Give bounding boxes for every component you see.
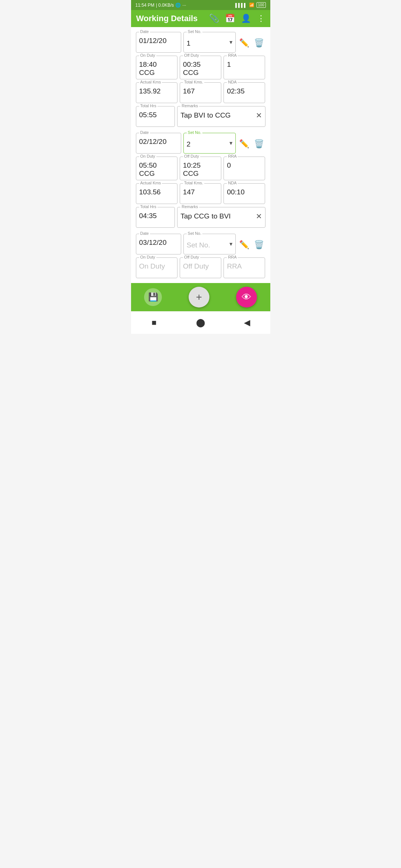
record-1-nda-value: 02:35	[227, 87, 262, 95]
record-2-totalhrs-field[interactable]: Total Hrs 04:35	[136, 207, 175, 228]
record-2-delete-button[interactable]: 🗑️	[252, 137, 267, 151]
record-1-offduty-field[interactable]: Off Duty 00:35 CCG	[180, 56, 221, 79]
save-icon: 💾	[148, 292, 158, 302]
record-2-totalkms-field[interactable]: Total Kms. 147	[180, 183, 221, 204]
record-2-setno-dropdown-arrow[interactable]: ▾	[229, 139, 232, 147]
record-2-offduty-field[interactable]: Off Duty 10:25 CCG	[180, 157, 221, 180]
record-1-date-row: Date 01/12/20 Set No. 1 ▾ ✏️ 🗑️	[135, 31, 267, 54]
record-3-date-field[interactable]: Date 03/12/20	[136, 234, 181, 254]
status-right: ▌▌▌▌ 📶 100	[235, 2, 266, 8]
status-left: 11:54 PM | 0.0KB/s 🌐 ···	[136, 3, 186, 8]
record-2-rra-field[interactable]: RRA 0	[224, 157, 265, 180]
record-1-totalkms-value: 167	[183, 87, 218, 95]
app-bar-title: Working Details	[136, 14, 205, 23]
record-1-edit-button[interactable]: ✏️	[237, 36, 252, 50]
calendar-icon[interactable]: 📅	[225, 14, 235, 23]
nav-stop-button[interactable]: ■	[147, 316, 161, 329]
record-2-actualkms-field[interactable]: Actual Kms 103.56	[136, 183, 177, 204]
wifi-icon: 📶	[249, 3, 254, 7]
record-1-date-field[interactable]: Date 01/12/20	[136, 32, 181, 53]
record-3-onduty-field[interactable]: On Duty On Duty	[136, 257, 177, 278]
record-1-setno-field[interactable]: Set No. 1 ▾	[183, 32, 236, 53]
signal-icon: ▌▌▌▌	[235, 3, 247, 7]
record-2-hrs-row: Total Hrs 04:35 Remarks Tap CCG to BVI ✕	[135, 206, 267, 229]
record-1-rra-field[interactable]: RRA 1	[224, 56, 265, 79]
record-2-kms-row: Actual Kms 103.56 Total Kms. 147 NDA 00:…	[135, 182, 267, 205]
record-1-remarks-field[interactable]: Remarks Tap BVI to CCG ✕	[177, 106, 265, 127]
record-2-totalhrs-label: Total Hrs	[139, 205, 157, 209]
record-3-rra-value: RRA	[227, 262, 262, 270]
record-1-rra-label: RRA	[227, 53, 238, 57]
record-2-onduty-label: On Duty	[139, 154, 156, 158]
record-1-actions: ✏️ 🗑️	[237, 31, 267, 54]
record-1-onduty-label: On Duty	[139, 53, 156, 57]
save-button[interactable]: 💾	[144, 288, 162, 306]
record-2-totalhrs-value: 04:35	[139, 212, 172, 220]
record-3-setno-value: Set No.	[187, 241, 210, 249]
more-vert-icon[interactable]: ⋮	[257, 14, 265, 23]
record-1-remarks-inner: Tap BVI to CCG ✕	[180, 108, 262, 120]
record-1-remarks-label: Remarks	[180, 104, 199, 108]
back-icon: ◀	[244, 318, 250, 328]
attachment-icon[interactable]: 📎	[209, 14, 219, 23]
record-3-setno-field[interactable]: Set No. Set No. ▾	[183, 234, 236, 254]
record-3-rra-field[interactable]: RRA RRA	[224, 257, 265, 278]
record-1-setno-dropdown-arrow[interactable]: ▾	[229, 39, 232, 46]
record-1-totalhrs-field[interactable]: Total Hrs 05:55	[136, 106, 175, 127]
nav-back-button[interactable]: ◀	[240, 316, 254, 329]
record-3-offduty-field[interactable]: Off Duty Off Duty	[180, 257, 221, 278]
record-1: Date 01/12/20 Set No. 1 ▾ ✏️ 🗑️ On Duty …	[133, 31, 268, 128]
record-2-setno-field[interactable]: Set No. 2 ▾	[183, 133, 236, 154]
preview-button[interactable]: 👁	[236, 287, 257, 308]
record-2-date-row: Date 02/12/20 Set No. 2 ▾ ✏️ 🗑️	[135, 132, 267, 155]
status-time: 11:54 PM	[136, 3, 154, 8]
record-1-remarks-clear-button[interactable]: ✕	[256, 111, 262, 120]
record-3-setno-dropdown-arrow[interactable]: ▾	[229, 240, 232, 247]
record-2-edit-button[interactable]: ✏️	[237, 137, 252, 151]
record-3-setno-label: Set No.	[187, 231, 203, 236]
record-2-nda-value: 00:10	[227, 188, 262, 196]
record-1-nda-field[interactable]: NDA 02:35	[224, 82, 265, 103]
record-3-actions: ✏️ 🗑️	[237, 233, 267, 256]
account-settings-icon[interactable]: 👤	[241, 14, 251, 23]
record-2-onduty-field[interactable]: On Duty 05:50 CCG	[136, 157, 177, 180]
home-icon: ⬤	[196, 318, 205, 328]
record-2-date-field[interactable]: Date 02/12/20	[136, 133, 181, 154]
record-2-actualkms-value: 103.56	[139, 188, 174, 196]
record-2-remarks-field[interactable]: Remarks Tap CCG to BVI ✕	[177, 207, 265, 228]
record-3-delete-button[interactable]: 🗑️	[252, 237, 267, 252]
record-1-delete-button[interactable]: 🗑️	[252, 36, 267, 50]
nav-home-button[interactable]: ⬤	[194, 316, 207, 329]
record-1-actualkms-label: Actual Kms	[139, 80, 162, 84]
record-2-actions: ✏️ 🗑️	[237, 132, 267, 155]
record-2: Date 02/12/20 Set No. 2 ▾ ✏️ 🗑️ On Duty …	[133, 132, 268, 229]
record-2-date-value: 02/12/20	[139, 138, 178, 146]
record-1-totalkms-field[interactable]: Total Kms. 167	[180, 82, 221, 103]
record-2-date-label: Date	[139, 131, 150, 135]
record-1-totalhrs-value: 05:55	[139, 111, 172, 119]
record-2-nda-label: NDA	[227, 181, 238, 185]
record-1-onduty-field[interactable]: On Duty 18:40 CCG	[136, 56, 177, 79]
record-1-kms-row: Actual Kms 135.92 Total Kms. 167 NDA 02:…	[135, 81, 267, 104]
record-1-date-value: 01/12/20	[139, 37, 178, 45]
record-1-remarks-value: Tap BVI to CCG	[180, 111, 231, 119]
record-3-edit-button[interactable]: ✏️	[237, 237, 252, 252]
add-record-button[interactable]: +	[189, 287, 209, 308]
record-2-totalkms-label: Total Kms.	[183, 181, 204, 185]
record-1-offduty-label: Off Duty	[183, 53, 200, 57]
record-1-duty-row: On Duty 18:40 CCG Off Duty 00:35 CCG RRA…	[135, 55, 267, 80]
record-3-onduty-value: On Duty	[139, 262, 174, 270]
record-2-rra-label: RRA	[227, 154, 238, 158]
record-1-actualkms-field[interactable]: Actual Kms 135.92	[136, 82, 177, 103]
record-1-actualkms-value: 135.92	[139, 87, 174, 95]
status-dots: ···	[182, 3, 186, 8]
record-2-remarks-clear-button[interactable]: ✕	[256, 212, 262, 221]
bottom-bar: 💾 + 👁	[131, 283, 270, 311]
record-2-setno-label: Set No.	[187, 131, 203, 135]
record-2-offduty-label: Off Duty	[183, 154, 200, 158]
record-2-nda-field[interactable]: NDA 00:10	[224, 183, 265, 204]
battery-icon: 100	[257, 2, 266, 8]
record-2-duty-row: On Duty 05:50 CCG Off Duty 10:25 CCG RRA…	[135, 155, 267, 181]
record-2-offduty-value: 10:25 CCG	[183, 161, 218, 178]
record-2-setno-value: 2	[187, 140, 191, 148]
